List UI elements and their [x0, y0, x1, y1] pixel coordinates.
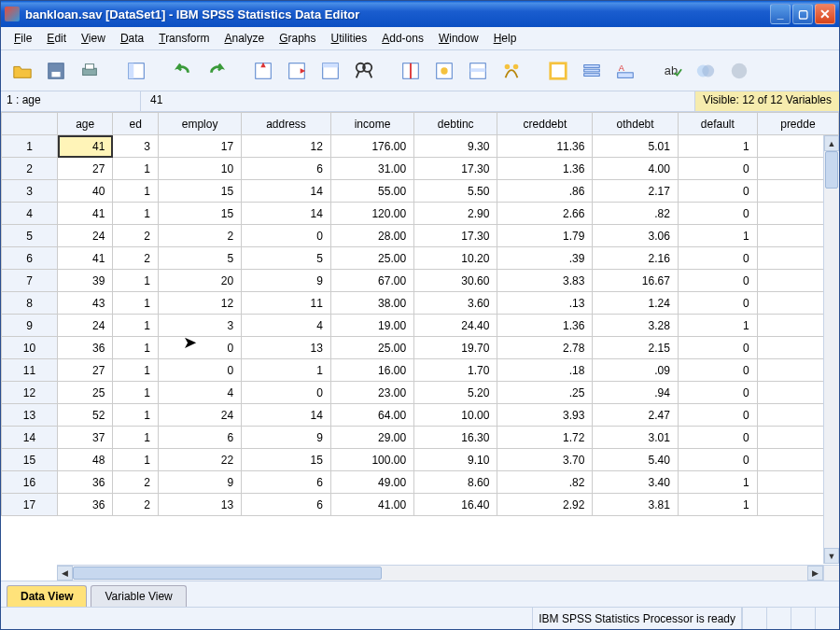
column-header-creddebt[interactable]: creddebt	[497, 113, 593, 135]
cell[interactable]: .09	[593, 359, 678, 382]
variables-button[interactable]	[316, 57, 344, 85]
column-header-income[interactable]: income	[330, 113, 413, 135]
cell[interactable]: 43	[58, 292, 113, 315]
cell[interactable]: 2	[113, 471, 159, 494]
row-header[interactable]: 13	[2, 404, 58, 427]
cell[interactable]: 9	[242, 427, 331, 449]
horizontal-scrollbar[interactable]: ◀ ▶	[57, 565, 823, 581]
row-header[interactable]: 9	[2, 315, 58, 337]
menu-transform[interactable]: Transform	[151, 29, 217, 48]
menu-data[interactable]: Data	[113, 29, 151, 48]
scroll-down-arrow-icon[interactable]: ▼	[824, 548, 839, 564]
cell[interactable]: 15	[242, 449, 331, 471]
cell[interactable]: 3.60	[414, 292, 497, 315]
vscroll-thumb[interactable]	[825, 151, 838, 189]
cell[interactable]: 13	[158, 494, 241, 516]
cell[interactable]: 3.70	[497, 449, 593, 471]
weight-button[interactable]	[430, 57, 458, 85]
cell[interactable]: 10	[158, 158, 241, 180]
cell[interactable]: .82	[593, 203, 678, 225]
open-button[interactable]	[8, 57, 36, 85]
column-header-predde[interactable]: predde	[757, 113, 838, 135]
cell[interactable]: 36	[58, 337, 113, 359]
menu-analyze[interactable]: Analyze	[217, 29, 272, 48]
menu-edit[interactable]: Edit	[39, 29, 74, 48]
cell[interactable]: 0	[678, 180, 757, 203]
overlap-button[interactable]	[692, 57, 720, 85]
scroll-left-arrow-icon[interactable]: ◀	[57, 566, 73, 581]
cell[interactable]: 0	[678, 158, 757, 180]
cell[interactable]: 1	[678, 135, 757, 158]
cell[interactable]: 3.40	[593, 471, 678, 494]
corner-header[interactable]	[2, 113, 58, 135]
cell[interactable]: 2.92	[497, 494, 593, 516]
tab-variable-view[interactable]: Variable View	[91, 585, 186, 607]
cell[interactable]: 1	[113, 203, 159, 225]
cell[interactable]: 16.67	[593, 270, 678, 292]
cell[interactable]: 1.72	[497, 427, 593, 449]
cell[interactable]: 100.00	[330, 449, 413, 471]
cell[interactable]: 2	[113, 494, 159, 516]
row-header[interactable]: 8	[2, 292, 58, 315]
cell[interactable]: 1	[678, 494, 757, 516]
menu-file[interactable]: File	[7, 29, 39, 48]
cell[interactable]: 4	[242, 315, 331, 337]
cell[interactable]: 19.00	[330, 315, 413, 337]
cell[interactable]: 1.79	[497, 225, 593, 247]
cell[interactable]: 1	[113, 315, 159, 337]
column-header-debtinc[interactable]: debtinc	[414, 113, 497, 135]
cell[interactable]: 1	[113, 359, 159, 382]
select-button[interactable]	[464, 57, 492, 85]
cell[interactable]: 1	[678, 315, 757, 337]
cell[interactable]: 5.20	[414, 382, 497, 404]
cell[interactable]: 3.83	[497, 270, 593, 292]
menu-graphs[interactable]: Graphs	[272, 29, 323, 48]
row-header[interactable]: 5	[2, 225, 58, 247]
cell[interactable]: 25	[58, 382, 113, 404]
cell[interactable]: 41	[58, 247, 113, 270]
cell[interactable]: 3.01	[593, 427, 678, 449]
row-header[interactable]: 16	[2, 471, 58, 494]
cell[interactable]: 0	[678, 359, 757, 382]
cell[interactable]: 14	[242, 180, 331, 203]
cell[interactable]: 5.50	[414, 180, 497, 203]
cell[interactable]: 2	[158, 225, 241, 247]
undo-button[interactable]	[169, 57, 197, 85]
cell[interactable]: 3	[113, 135, 159, 158]
row-header[interactable]: 1	[2, 135, 58, 158]
cell[interactable]: 49.00	[330, 471, 413, 494]
cell[interactable]: 14	[242, 404, 331, 427]
cell[interactable]: 14	[242, 203, 331, 225]
scroll-up-arrow-icon[interactable]: ▲	[824, 135, 839, 151]
row-header[interactable]: 2	[2, 158, 58, 180]
column-header-ed[interactable]: ed	[113, 113, 159, 135]
spellcheck-button[interactable]: ab	[658, 57, 686, 85]
cell[interactable]: 0	[242, 225, 331, 247]
cell[interactable]: 39	[58, 270, 113, 292]
cell[interactable]: 1	[113, 449, 159, 471]
cell[interactable]: 16.40	[414, 494, 497, 516]
cell[interactable]: .13	[497, 292, 593, 315]
hscroll-track[interactable]	[73, 566, 807, 581]
cell[interactable]: 1.70	[414, 359, 497, 382]
cell[interactable]: 176.00	[330, 135, 413, 158]
save-button[interactable]	[42, 57, 70, 85]
cell[interactable]: 9	[242, 270, 331, 292]
insert-var-button[interactable]	[122, 57, 150, 85]
cell[interactable]: 29.00	[330, 427, 413, 449]
cell[interactable]: .25	[497, 382, 593, 404]
cell[interactable]: 36	[58, 471, 113, 494]
cell[interactable]: 0	[678, 203, 757, 225]
cell[interactable]: 17	[158, 135, 241, 158]
cell[interactable]: 2.15	[593, 337, 678, 359]
minimize-button[interactable]: _	[770, 4, 791, 24]
value-labels-button[interactable]	[497, 57, 525, 85]
cell[interactable]: .94	[593, 382, 678, 404]
cell[interactable]: 1	[113, 337, 159, 359]
cell[interactable]: 25.00	[330, 337, 413, 359]
cell[interactable]: 17.30	[414, 158, 497, 180]
cell[interactable]: 17.30	[414, 225, 497, 247]
cell[interactable]: 41	[58, 203, 113, 225]
cell[interactable]: 11.36	[497, 135, 593, 158]
cell[interactable]: 4.00	[593, 158, 678, 180]
